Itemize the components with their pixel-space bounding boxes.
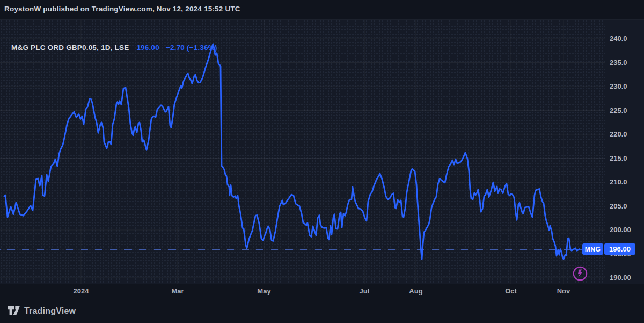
tradingview-logo-link[interactable]: TradingView [7, 306, 76, 316]
ticker-badge: MNG [582, 243, 603, 255]
y-tick-label: 230.0 [610, 82, 627, 91]
x-tick-label: Nov [557, 287, 570, 296]
y-tick-label: 215.0 [610, 154, 627, 163]
tradingview-logo-icon [7, 306, 20, 316]
price-axis-badge: 196.00 [604, 243, 635, 255]
x-tick-label: Aug [409, 287, 422, 296]
symbol-header: M&G PLC ORD GBP0.05, 1D, LSE196.00−2.70 … [11, 44, 217, 53]
price-line-series [4, 44, 580, 260]
x-tick-label: Oct [505, 287, 517, 296]
x-tick-label: Jul [360, 287, 370, 296]
last-price-value: 196.00 [136, 44, 159, 52]
tradingview-logo-text: TradingView [24, 306, 76, 316]
attribution-bar: RoystonW published on TradingView.com, N… [0, 0, 644, 19]
y-tick-label: 220.0 [610, 130, 627, 139]
y-tick-label: 205.0 [610, 202, 627, 211]
x-tick-label: 2024 [74, 287, 89, 296]
y-tick-label: 210.0 [610, 177, 627, 187]
y-tick-label: 240.0 [610, 34, 627, 44]
attribution-text: RoystonW published on TradingView.com, N… [4, 5, 240, 13]
footer-bar: TradingView [0, 299, 644, 323]
y-tick-label: 225.0 [610, 106, 627, 116]
y-tick-label: 235.0 [610, 58, 627, 68]
x-tick-label: May [257, 287, 270, 296]
x-tick-label: Mar [171, 287, 184, 296]
series-layer [0, 20, 644, 284]
price-change-value: −2.70 (−1.36%) [166, 44, 217, 52]
flash-idea-button[interactable] [572, 265, 588, 282]
symbol-title: M&G PLC ORD GBP0.05, 1D, LSE [11, 44, 129, 52]
chart-surface[interactable]: M&G PLC ORD GBP0.05, 1D, LSE196.00−2.70 … [0, 19, 644, 284]
y-tick-label: 190.00 [610, 273, 631, 283]
y-tick-label: 200.00 [610, 225, 631, 235]
lightning-bolt-icon [578, 269, 582, 277]
